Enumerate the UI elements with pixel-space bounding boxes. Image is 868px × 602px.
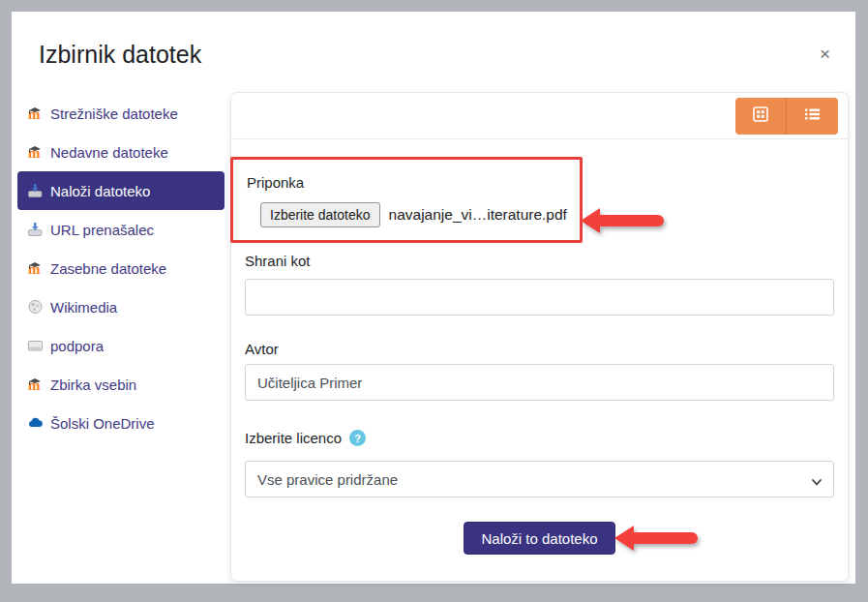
grid-view-icon	[752, 105, 769, 126]
view-toolbar	[231, 93, 848, 139]
dialog-header: Izbirnik datotek ×	[12, 12, 855, 92]
grid-view-button[interactable]	[735, 98, 787, 135]
moodle-icon: m	[27, 260, 44, 276]
selected-filename: navajanje_vi…iterature.pdf	[389, 206, 567, 224]
file-picker-dialog: Izbirnik datotek × m Strežniške datoteke…	[12, 12, 855, 584]
save-as-label: Shrani kot	[245, 253, 834, 269]
support-repository-icon	[27, 338, 44, 353]
sidebar-item-label: podpora	[50, 338, 104, 354]
choose-file-button[interactable]: Izberite datoteko	[260, 202, 380, 227]
sidebar-item-content-bank[interactable]: m Zbirka vsebin	[17, 365, 224, 404]
sidebar-item-label: Nedavne datoteke	[50, 144, 168, 161]
upload-form: Priponka Izberite datoteko navajanje_vi……	[231, 139, 848, 555]
sidebar-item-label: URL prenašalec	[50, 222, 154, 238]
sidebar-item-school-onedrive[interactable]: Šolski OneDrive	[17, 404, 224, 442]
sidebar-item-server-files[interactable]: m Strežniške datoteke	[17, 94, 224, 133]
file-input[interactable]: Izberite datoteko navajanje_vi…iterature…	[260, 200, 834, 229]
page-title: Izbirnik datotek	[39, 41, 201, 69]
license-select[interactable]: Vse pravice pridržane	[245, 461, 834, 497]
sidebar-item-private-files[interactable]: m Zasebne datoteke	[17, 249, 224, 287]
repository-sidebar: m Strežniške datoteke m Nedavne datoteke…	[17, 92, 230, 584]
license-selected-value: Vse pravice pridržane	[257, 471, 398, 488]
list-view-button[interactable]	[787, 98, 838, 135]
sidebar-item-label: Zasebne datoteke	[50, 260, 166, 277]
attachment-label: Priponka	[247, 174, 834, 191]
license-label: Izberite licenco	[245, 430, 342, 446]
onedrive-cloud-icon	[27, 415, 44, 431]
sidebar-item-url-downloader[interactable]: URL prenašalec	[17, 210, 224, 249]
moodle-icon: m	[27, 376, 44, 392]
annotation-arrow-submit	[614, 526, 700, 551]
sidebar-item-recent-files[interactable]: m Nedavne datoteke	[17, 133, 224, 171]
url-downloader-icon	[27, 222, 44, 237]
upload-this-file-button[interactable]: Naloži to datoteko	[464, 522, 614, 555]
moodle-icon: m	[27, 105, 44, 121]
sidebar-item-podpora[interactable]: podpora	[17, 326, 224, 365]
chevron-down-icon	[811, 474, 823, 491]
help-icon[interactable]: ?	[349, 430, 366, 446]
list-view-icon	[803, 105, 822, 126]
sidebar-item-label: Zbirka vsebin	[50, 376, 136, 393]
file-picker-content-panel: Priponka Izberite datoteko navajanje_vi……	[230, 92, 849, 582]
close-icon[interactable]: ×	[816, 41, 834, 67]
author-label: Avtor	[245, 341, 834, 357]
save-as-input[interactable]	[245, 279, 834, 316]
sidebar-item-label: Strežniške datoteke	[50, 105, 178, 122]
sidebar-item-upload-file[interactable]: Naloži datoteko	[17, 171, 224, 210]
sidebar-item-label: Šolski OneDrive	[50, 415, 155, 432]
moodle-icon: m	[27, 144, 44, 160]
sidebar-item-wikimedia[interactable]: Wikimedia	[17, 287, 224, 326]
sidebar-item-label: Naloži datoteko	[50, 183, 150, 199]
wikimedia-globe-icon	[27, 299, 44, 315]
sidebar-item-label: Wikimedia	[50, 299, 117, 316]
author-input[interactable]	[245, 364, 834, 401]
upload-file-icon	[27, 183, 44, 198]
